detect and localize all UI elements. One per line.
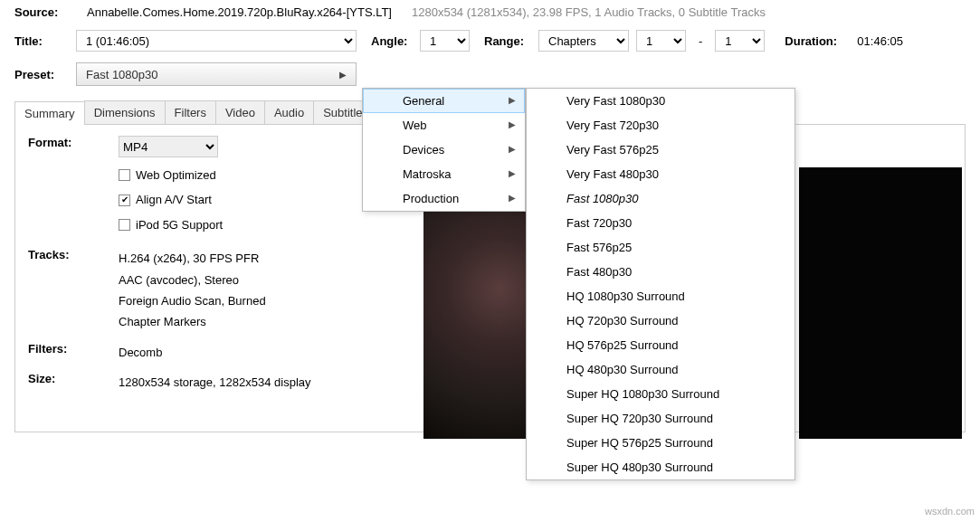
source-file: Annabelle.Comes.Home.2019.720p.BluRay.x2…	[87, 5, 392, 19]
tab-video[interactable]: Video	[215, 100, 265, 124]
preset-list-menu: Very Fast 1080p30 Very Fast 720p30 Very …	[526, 88, 795, 432]
range-type-select[interactable]: Chapters	[538, 30, 629, 52]
preset-value: Fast 1080p30	[86, 68, 158, 81]
preset-item[interactable]: Fast 720p30	[527, 211, 794, 235]
title-label: Title:	[14, 34, 69, 48]
title-row: Title: 1 (01:46:05) Angle: 1 Range: Chap…	[0, 24, 980, 57]
preset-item[interactable]: Very Fast 576p25	[527, 138, 794, 162]
preset-item[interactable]: Fast 480p30	[527, 260, 794, 284]
tab-summary[interactable]: Summary	[14, 101, 85, 125]
angle-select[interactable]: 1	[420, 30, 470, 52]
preset-item[interactable]: HQ 1080p30 Surround	[527, 284, 794, 308]
track-line: AAC (avcodec), Stereo	[119, 270, 408, 290]
track-line: Chapter Markers	[119, 311, 408, 332]
preset-category-production[interactable]: Production▶	[363, 186, 525, 211]
preset-item[interactable]: Super HQ 1080p30 Surround	[527, 382, 794, 406]
checkbox-icon	[119, 219, 130, 231]
filters-value: Decomb	[119, 342, 408, 363]
format-select[interactable]: MP4	[119, 136, 218, 157]
preset-item[interactable]: Super HQ 576p25 Surround	[527, 431, 794, 432]
track-line: Foreign Audio Scan, Burned	[119, 290, 408, 311]
range-from-select[interactable]: 1	[636, 30, 686, 52]
preset-item[interactable]: HQ 480p30 Surround	[527, 357, 794, 382]
title-select[interactable]: 1 (01:46:05)	[76, 30, 357, 52]
chevron-right-icon: ▶	[509, 119, 516, 129]
tab-audio[interactable]: Audio	[264, 100, 314, 124]
chevron-right-icon: ▶	[509, 144, 516, 154]
checkbox-icon	[119, 169, 130, 181]
preset-dropdown[interactable]: Fast 1080p30 ▶	[76, 62, 357, 86]
source-info: 1280x534 (1281x534), 23.98 FPS, 1 Audio …	[412, 5, 766, 19]
preset-row: Preset: Fast 1080p30 ▶	[0, 57, 980, 91]
preset-item[interactable]: HQ 720p30 Surround	[527, 308, 794, 333]
preset-category-devices[interactable]: Devices▶	[363, 138, 525, 162]
range-label: Range:	[484, 34, 531, 48]
filters-label: Filters:	[28, 342, 119, 363]
preview-black	[799, 167, 962, 432]
preset-item-selected[interactable]: Fast 1080p30	[527, 186, 794, 211]
preset-category-web[interactable]: Web▶	[363, 113, 525, 138]
chevron-right-icon: ▶	[509, 168, 516, 178]
source-label: Source:	[14, 5, 69, 19]
summary-left: Format: MP4 Web Optimized ✔ Align A/V St…	[28, 136, 408, 421]
preset-category-matroska[interactable]: Matroska▶	[363, 162, 525, 186]
chevron-right-icon: ▶	[509, 95, 516, 105]
preset-category-general[interactable]: General▶	[363, 89, 525, 113]
size-value: 1280x534 storage, 1282x534 display	[119, 372, 408, 393]
tracks-list: H.264 (x264), 30 FPS PFR AAC (avcodec), …	[119, 248, 408, 333]
chevron-right-icon: ▶	[339, 70, 347, 80]
tab-filters[interactable]: Filters	[165, 100, 216, 124]
range-to-select[interactable]: 1	[715, 30, 765, 52]
ipod-checkbox[interactable]: iPod 5G Support	[119, 214, 408, 235]
size-label: Size:	[28, 372, 119, 393]
tab-dimensions[interactable]: Dimensions	[84, 100, 166, 124]
duration-value: 01:46:05	[857, 34, 903, 48]
preset-item[interactable]: Very Fast 720p30	[527, 113, 794, 138]
preset-item[interactable]: Fast 576p25	[527, 235, 794, 260]
preset-item[interactable]: Super HQ 720p30 Surround	[527, 406, 794, 431]
preset-item[interactable]: Very Fast 480p30	[527, 162, 794, 186]
preset-item[interactable]: HQ 576p25 Surround	[527, 333, 794, 357]
tracks-label: Tracks:	[28, 248, 119, 333]
duration-label: Duration:	[785, 34, 850, 48]
preset-label: Preset:	[14, 68, 69, 81]
track-line: H.264 (x264), 30 FPS PFR	[119, 248, 408, 269]
angle-label: Angle:	[371, 34, 413, 48]
range-dash: -	[699, 34, 702, 48]
preset-item[interactable]: Very Fast 1080p30	[527, 89, 794, 113]
checkbox-checked-icon: ✔	[119, 195, 130, 206]
format-label: Format:	[28, 136, 119, 239]
source-row: Source: Annabelle.Comes.Home.2019.720p.B…	[0, 0, 980, 24]
preset-category-menu: General▶ Web▶ Devices▶ Matroska▶ Product…	[362, 88, 526, 212]
chevron-right-icon: ▶	[509, 193, 516, 203]
